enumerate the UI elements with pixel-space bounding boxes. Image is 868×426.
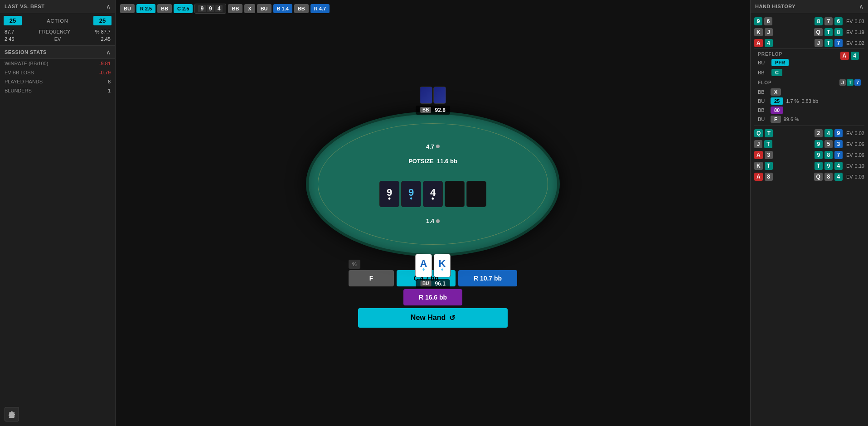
- preflop-label: PREFLOP A 4: [754, 48, 864, 58]
- raise1-button[interactable]: R 10.7 bb: [458, 270, 517, 286]
- action-bar-pos-bb1: BB: [157, 4, 172, 13]
- stat-winrate-label: WINRATE (BB/100): [5, 61, 48, 66]
- hh-row-2[interactable]: K J Q T 8 EV 0.19: [754, 27, 864, 38]
- ev-val2: 2.45: [101, 36, 111, 42]
- flop-pos-bb2: BB: [758, 107, 768, 113]
- stat-played-val: 8: [108, 79, 111, 84]
- m4-c3: T: [815, 162, 823, 170]
- stat-played-hands: PLAYED HANDS 8: [0, 77, 115, 86]
- community-card-4: [445, 181, 465, 207]
- session-stats-header: SESSION STATS ∧: [0, 45, 115, 59]
- flop-pos-bu1: BU: [758, 98, 768, 104]
- hh-more-3[interactable]: A 3 9 8 7 EV 0.06: [754, 150, 864, 160]
- action-bar-pos-bu: BU: [120, 4, 135, 13]
- community-card-1: 9♠: [379, 181, 399, 207]
- hh1-c5: 6: [834, 17, 843, 25]
- m5-c2: 8: [765, 173, 773, 181]
- fold-button[interactable]: F: [349, 270, 394, 286]
- m5-c1: A: [754, 173, 763, 181]
- flop-card-7: 7: [854, 79, 861, 86]
- new-hand-icon: ↺: [449, 314, 455, 322]
- frequency-row: 87.7 FREQUENCY % 87.7: [0, 28, 115, 35]
- bu-position-label: BU: [420, 281, 431, 286]
- chip-dot-bu: [436, 219, 440, 223]
- action-bar-pos-bu2: BU: [257, 4, 272, 13]
- session-collapse-icon[interactable]: ∧: [106, 48, 111, 56]
- preflop-pos-bu: BU: [758, 60, 768, 65]
- value2-badge: 25: [93, 16, 112, 25]
- hh-more-2[interactable]: J T 9 5 3 EV 0.06: [754, 139, 864, 150]
- hand-history-title: HAND HISTORY: [755, 4, 795, 9]
- action-bar-card2: 9: [207, 5, 214, 12]
- m1-c4: 4: [824, 129, 833, 137]
- action-bar-card3: 4: [215, 5, 223, 12]
- poker-table: BB 92.8 4.7 POTSIZE 11.6 bb 9♠: [306, 111, 560, 257]
- m3-c5: 7: [834, 151, 843, 159]
- bb-stack: 92.8: [435, 107, 446, 113]
- bb-position-label: BB: [420, 107, 431, 113]
- last-vs-best-title: LAST VS. BEST: [5, 4, 44, 9]
- hh-row-3[interactable]: A 4 J T 7 EV 0.02: [754, 38, 864, 48]
- frequency-pct: % 87.7: [95, 29, 111, 34]
- last-vs-best-header: LAST VS. BEST ∧: [0, 0, 115, 13]
- preflop-pos-bb: BB: [758, 70, 768, 75]
- stat-blunders-label: BLUNDERS: [5, 88, 32, 93]
- m1-c1: Q: [754, 129, 763, 137]
- action-bar: BU R 2.5 BB C 2.5 9 9 4 BB X BU B 1.4 BB…: [116, 0, 750, 17]
- bet-bu-amount: 1.4: [426, 218, 440, 224]
- stat-ev-bb-val: -0.79: [99, 70, 111, 75]
- hh1-c1: 9: [754, 17, 762, 25]
- settings-button[interactable]: [5, 407, 19, 421]
- flop-card-j: J: [839, 79, 846, 86]
- hh2-c5: 8: [834, 28, 843, 36]
- stat-ev-bb-loss: EV BB LOSS -0.79: [0, 68, 115, 77]
- action-bar-r25: R 2.5: [136, 4, 155, 13]
- preflop-card-4: 4: [851, 52, 859, 60]
- action-bar-pos-bb3: BB: [294, 4, 309, 13]
- bu-stack: 96.1: [435, 281, 446, 287]
- action-bar-pos-bb2: BB: [228, 4, 242, 13]
- hh-row-1[interactable]: 9 6 8 7 6 EV 0.03: [754, 16, 864, 27]
- action-bar-card1: 9: [198, 5, 206, 12]
- potsize-label: POTSIZE 11.6 bb: [408, 158, 457, 165]
- m3-c4: 8: [824, 151, 833, 159]
- preflop-action-bu: BU PFR: [754, 58, 840, 68]
- flop-action-bu-25: BU 25 1.7 % 0.83 bb: [754, 97, 864, 106]
- stat-blunders-val: 1: [108, 88, 111, 93]
- value1-badge: 25: [4, 16, 22, 25]
- m3-c1: A: [754, 151, 763, 159]
- table-area: BB 92.8 4.7 POTSIZE 11.6 bb 9♠: [116, 17, 750, 426]
- flop-card-t: T: [847, 79, 853, 86]
- m4-c5: 4: [834, 162, 843, 170]
- flop-badge-25: 25: [771, 97, 783, 105]
- new-hand-button[interactable]: New Hand ↺: [358, 308, 508, 328]
- action-bar-cards: 9 9 4: [194, 4, 226, 14]
- main-area: BU R 2.5 BB C 2.5 9 9 4 BB X BU B 1.4 BB…: [116, 0, 750, 426]
- hh3-c4: T: [824, 39, 833, 47]
- player-bb: BB 92.8: [416, 87, 450, 115]
- m4-c2: T: [765, 162, 773, 170]
- flop-bb-1: 0.83 bb: [801, 98, 818, 104]
- hh-more-4[interactable]: K T T 9 4 EV 0.10: [754, 160, 864, 171]
- collapse-icon[interactable]: ∧: [106, 3, 111, 10]
- right-collapse-icon[interactable]: ∧: [859, 3, 863, 10]
- m1-c2: T: [765, 129, 773, 137]
- action-bar-b14: B 1.4: [273, 4, 292, 13]
- right-panel: HAND HISTORY ∧ 9 6 8 7 6 EV 0.03 K J Q T…: [750, 0, 868, 426]
- bb-card2: [433, 87, 446, 104]
- flop-pct-2: 99.6 %: [784, 116, 799, 122]
- flop-label: FLOP: [758, 80, 772, 85]
- percent-button[interactable]: %: [349, 260, 360, 269]
- bb-player-info: BB 92.8: [416, 106, 450, 115]
- stat-winrate: WINRATE (BB/100) -9.81: [0, 59, 115, 68]
- preflop-action-bb: BB C: [754, 68, 864, 77]
- hh-more-5[interactable]: A 8 Q 8 4 EV 0.03: [754, 171, 864, 182]
- m2-c5: 3: [834, 140, 843, 148]
- hh-more-1[interactable]: Q T 2 4 9 EV 0.02: [754, 128, 864, 139]
- raise2-button[interactable]: R 16.6 bb: [403, 289, 462, 305]
- ev-val1: 2.45: [5, 36, 14, 42]
- preflop-pfr-badge: PFR: [771, 59, 789, 66]
- m4-c4: 9: [824, 162, 833, 170]
- flop-badge-x: X: [771, 88, 781, 96]
- hh3-c2: 4: [765, 39, 773, 47]
